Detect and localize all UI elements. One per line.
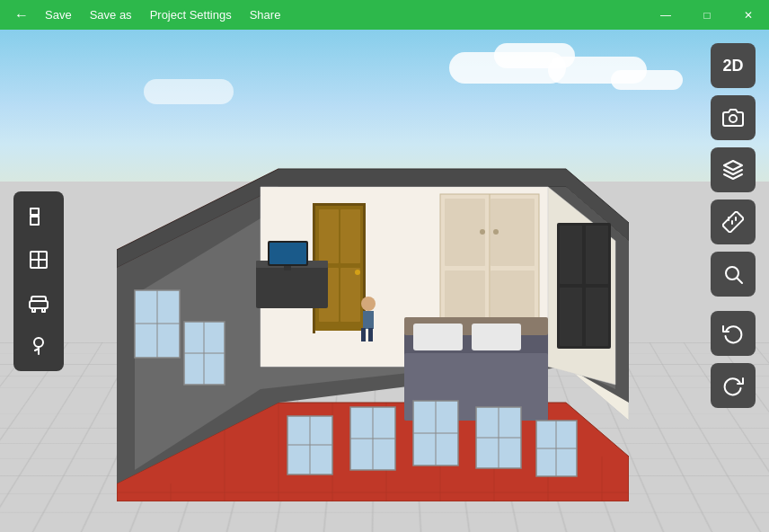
layers-button[interactable] xyxy=(711,147,756,192)
svg-point-46 xyxy=(480,229,485,235)
svg-rect-48 xyxy=(256,263,328,308)
build-rooms-button[interactable] xyxy=(19,197,58,236)
svg-rect-86 xyxy=(361,328,366,341)
svg-rect-33 xyxy=(340,209,360,263)
plants-button[interactable] xyxy=(19,326,58,366)
svg-point-99 xyxy=(729,115,737,122)
svg-rect-56 xyxy=(472,324,521,350)
building xyxy=(117,115,629,501)
undo-button[interactable] xyxy=(711,311,756,356)
svg-marker-100 xyxy=(724,161,742,170)
window-icon xyxy=(28,249,49,270)
minimize-button[interactable]: — xyxy=(645,0,686,30)
plant-icon xyxy=(28,335,49,357)
measure-button[interactable] xyxy=(711,200,756,244)
svg-point-39 xyxy=(355,270,360,275)
svg-rect-95 xyxy=(42,308,45,312)
save-as-button[interactable]: Save as xyxy=(81,0,141,30)
search-button[interactable] xyxy=(711,252,756,297)
search-icon xyxy=(722,263,744,285)
left-toolbar-panel xyxy=(13,191,64,371)
svg-rect-93 xyxy=(30,301,48,308)
svg-rect-89 xyxy=(31,208,39,215)
svg-rect-94 xyxy=(32,308,35,312)
share-button[interactable]: Share xyxy=(241,0,290,30)
svg-rect-82 xyxy=(560,288,582,346)
furniture-button[interactable] xyxy=(19,283,58,323)
window-controls: — □ ✕ xyxy=(645,0,769,30)
close-button[interactable]: ✕ xyxy=(728,0,769,30)
toggle-2d-button[interactable]: 2D xyxy=(711,43,756,88)
left-sidebar xyxy=(13,191,64,371)
svg-rect-42 xyxy=(445,199,485,266)
cloud xyxy=(611,70,683,90)
svg-point-47 xyxy=(493,229,499,235)
svg-rect-81 xyxy=(586,226,608,284)
svg-rect-55 xyxy=(413,324,463,350)
svg-rect-35 xyxy=(340,268,360,322)
svg-point-84 xyxy=(361,297,376,311)
titlebar: ← Save Save as Project Settings Share — … xyxy=(0,0,769,30)
maximize-button[interactable]: □ xyxy=(686,0,728,30)
svg-rect-51 xyxy=(270,243,306,264)
save-button[interactable]: Save xyxy=(36,0,81,30)
project-settings-button[interactable]: Project Settings xyxy=(141,0,241,30)
back-button[interactable]: ← xyxy=(7,0,36,30)
svg-rect-88 xyxy=(31,217,39,225)
svg-line-106 xyxy=(738,279,743,284)
cloud xyxy=(144,79,234,104)
svg-rect-83 xyxy=(586,288,608,346)
right-sidebar: 2D xyxy=(711,43,756,408)
redo-icon xyxy=(722,375,744,396)
svg-rect-85 xyxy=(363,311,374,329)
ruler-icon xyxy=(722,211,744,233)
svg-rect-52 xyxy=(284,266,291,270)
build-icon xyxy=(28,206,49,227)
svg-rect-87 xyxy=(368,328,373,341)
svg-rect-80 xyxy=(560,226,582,284)
redo-button[interactable] xyxy=(711,363,756,408)
layers-icon xyxy=(722,159,744,181)
main-viewport: 2D xyxy=(0,30,769,532)
svg-rect-32 xyxy=(319,209,339,263)
screenshot-button[interactable] xyxy=(711,95,756,140)
svg-rect-36 xyxy=(313,203,366,206)
furniture-icon xyxy=(28,292,49,314)
svg-point-96 xyxy=(34,338,43,347)
building-svg xyxy=(117,115,629,501)
undo-icon xyxy=(722,323,744,344)
windows-doors-button[interactable] xyxy=(19,240,58,279)
camera-icon xyxy=(722,107,744,129)
